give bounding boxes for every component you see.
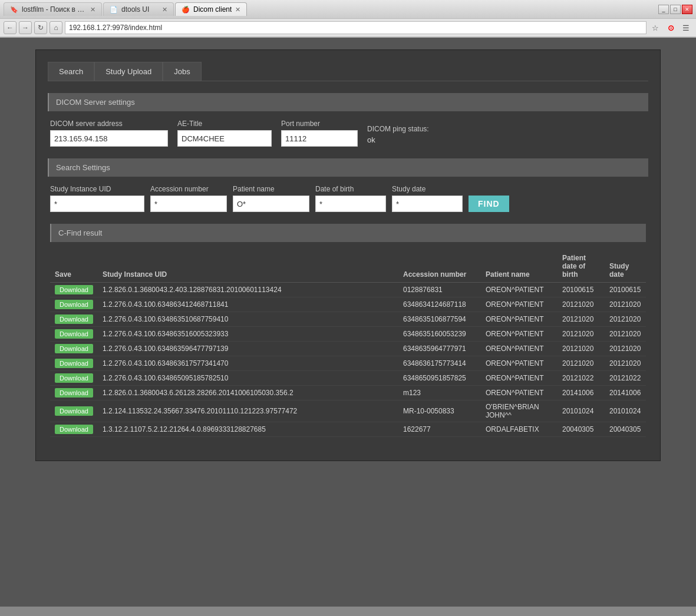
dob-cell: 20141006 (558, 386, 605, 400)
results-table: SaveStudy Instance UIDAccession numberPa… (50, 250, 646, 437)
browser-tab-tab1[interactable]: 🔖 lostfilm - Поиск в G... ✕ (4, 2, 102, 16)
ping-label: DICOM ping status: (367, 125, 429, 133)
download-button[interactable]: Download (55, 300, 93, 309)
search-field-input[interactable] (150, 196, 227, 212)
close-button[interactable]: ✕ (682, 5, 692, 14)
save-cell: Download (50, 371, 98, 386)
search-field-label: Date of birth (315, 185, 386, 193)
forward-button[interactable]: → (19, 21, 32, 34)
ae-title-label: AE-Title (177, 120, 272, 128)
save-cell: Download (50, 386, 98, 400)
home-button[interactable]: ⌂ (50, 21, 62, 34)
browser-actions: ☆ ⊙ ☰ (649, 21, 692, 34)
download-button[interactable]: Download (55, 373, 93, 383)
download-button[interactable]: Download (55, 344, 93, 353)
browser-tab-tab3[interactable]: 🍎 Dicom client ✕ (175, 2, 247, 16)
tab-icon: 🍎 (182, 6, 190, 14)
tab-close-icon[interactable]: ✕ (162, 6, 167, 14)
dob-cell: 20121020 (558, 297, 605, 312)
search-field-input[interactable] (315, 196, 386, 212)
search-settings-header: Search Settings (48, 158, 648, 177)
uid-cell: 1.2.276.0.43.100.634863617577341470 (98, 356, 398, 371)
address-bar[interactable]: 192.168.1.27:9978/index.html (65, 21, 646, 34)
search-form: Study Instance UID Accession number Pati… (48, 185, 648, 212)
search-field-input[interactable] (50, 196, 144, 212)
browser-navbar: ← → ↻ ⌂ 192.168.1.27:9978/index.html ☆ ⊙… (0, 19, 696, 37)
accession-cell: 1622677 (398, 422, 481, 437)
download-button[interactable]: Download (55, 406, 93, 416)
tab-close-icon[interactable]: ✕ (90, 6, 95, 14)
maximize-button[interactable]: □ (670, 5, 681, 14)
minimize-button[interactable]: _ (658, 5, 669, 14)
accession-cell: 6348635106877594 (398, 312, 481, 327)
download-button[interactable]: Download (55, 314, 93, 324)
address-input[interactable] (50, 130, 168, 147)
window-controls: _ □ ✕ (658, 5, 692, 14)
download-button[interactable]: Download (55, 425, 93, 434)
save-cell: Download (50, 356, 98, 371)
study-date-cell: 20121020 (605, 356, 646, 371)
search-field-label: Study date (392, 185, 463, 193)
download-button[interactable]: Download (55, 388, 93, 398)
browser-tab-tab2[interactable]: 📄 dtools UI ✕ (103, 2, 174, 16)
patient-cell: OREON^PATIENT (481, 356, 558, 371)
results-section: C-Find result SaveStudy Instance UIDAcce… (48, 224, 648, 437)
save-cell: Download (50, 400, 98, 422)
save-cell: Download (50, 342, 98, 356)
search-field-group: Study Instance UID (50, 185, 144, 212)
results-header: C-Find result (50, 224, 646, 242)
accession-cell: 6348636175773414 (398, 356, 481, 371)
download-button[interactable]: Download (55, 285, 93, 294)
column-header: Patient date of birth (558, 250, 605, 283)
dob-cell: 20101024 (558, 400, 605, 422)
menu-button[interactable]: ☰ (679, 21, 692, 34)
tab-label: lostfilm - Поиск в G... (22, 5, 87, 14)
table-row: Download1.2.276.0.43.100.634865095185782… (50, 371, 646, 386)
dicom-server-section: DICOM Server settings DICOM server addre… (48, 93, 648, 147)
download-button[interactable]: Download (55, 329, 93, 339)
patient-cell: OREON^PATIENT (481, 327, 558, 342)
table-row: Download1.2.124.113532.24.35667.33476.20… (50, 400, 646, 422)
accession-cell: 6348634124687118 (398, 297, 481, 312)
bookmark-star-icon[interactable]: ☆ (649, 21, 662, 34)
uid-cell: 1.2.276.0.43.100.634863516005323933 (98, 327, 398, 342)
tab-close-icon[interactable]: ✕ (235, 6, 240, 14)
search-field-input[interactable] (233, 196, 309, 212)
study-date-cell: 20121020 (605, 327, 646, 342)
uid-cell: 1.2.276.0.43.100.634863596477797139 (98, 342, 398, 356)
uid-cell: 1.2.276.0.43.100.634863412468711841 (98, 297, 398, 312)
table-row: Download1.2.276.0.43.100.634863596477797… (50, 342, 646, 356)
dob-cell: 20121020 (558, 327, 605, 342)
reload-button[interactable]: ↻ (34, 21, 47, 34)
table-row: Download1.2.276.0.43.100.634863510687759… (50, 312, 646, 327)
uid-cell: 1.2.826.0.1.3680043.2.403.128876831.2010… (98, 283, 398, 297)
main-tab-search[interactable]: Search (48, 62, 94, 81)
port-input[interactable] (281, 130, 358, 147)
address-group: DICOM server address (50, 120, 168, 147)
save-cell: Download (50, 312, 98, 327)
main-tab-study-upload[interactable]: Study Upload (94, 62, 163, 81)
address-text: 192.168.1.27:9978/index.html (69, 24, 162, 32)
search-field-label: Accession number (150, 185, 227, 193)
find-button[interactable]: FIND (469, 196, 509, 212)
search-settings-section: Search Settings Study Instance UID Acces… (48, 158, 648, 212)
table-row: Download1.2.276.0.43.100.634863516005323… (50, 327, 646, 342)
ae-title-input[interactable] (177, 130, 272, 147)
accession-cell: 6348650951857825 (398, 371, 481, 386)
back-button[interactable]: ← (4, 21, 17, 34)
search-field-input[interactable] (392, 196, 463, 212)
download-button[interactable]: Download (55, 359, 93, 368)
results-tbody: Download1.2.826.0.1.3680043.2.403.128876… (50, 283, 646, 437)
dicom-server-title: DICOM Server settings (56, 98, 135, 107)
main-tab-jobs[interactable]: Jobs (163, 62, 201, 81)
stop-button[interactable]: ⊙ (664, 21, 677, 34)
results-thead: SaveStudy Instance UIDAccession numberPa… (50, 250, 646, 283)
search-field-group: Patient name (233, 185, 309, 212)
ae-title-group: AE-Title (177, 120, 272, 147)
table-row: Download1.2.276.0.43.100.634863617577341… (50, 356, 646, 371)
page-wrapper: SearchStudy UploadJobs DICOM Server sett… (0, 38, 696, 607)
study-date-cell: 20121020 (605, 297, 646, 312)
dob-cell: 20121020 (558, 356, 605, 371)
column-header: Accession number (398, 250, 481, 283)
accession-cell: MR-10-0050833 (398, 400, 481, 422)
